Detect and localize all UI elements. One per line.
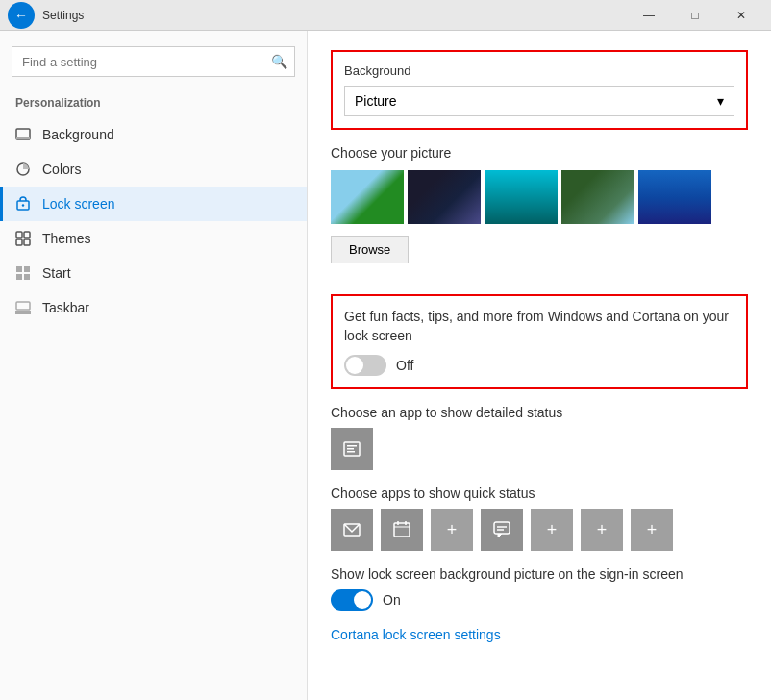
svg-rect-9 bbox=[16, 266, 22, 272]
detailed-status-icons bbox=[331, 428, 748, 470]
cortana-link[interactable]: Cortana lock screen settings bbox=[331, 627, 501, 642]
quick-status-section: Choose apps to show quick status bbox=[331, 486, 748, 551]
svg-rect-20 bbox=[394, 523, 410, 537]
cortana-toggle[interactable] bbox=[344, 355, 386, 376]
toggle-thumb-on bbox=[354, 591, 371, 609]
sidebar-category: Personalization bbox=[0, 92, 307, 117]
cortana-toggle-label: Off bbox=[396, 358, 413, 373]
lock-screen-icon bbox=[15, 196, 31, 212]
sign-in-toggle-row: On bbox=[331, 589, 748, 611]
sidebar-item-label-colors: Colors bbox=[42, 162, 81, 177]
sidebar-item-taskbar[interactable]: Taskbar bbox=[0, 290, 307, 325]
back-arrow-icon: ← bbox=[14, 8, 28, 23]
sidebar-item-start[interactable]: Start bbox=[0, 256, 307, 290]
sign-in-toggle[interactable] bbox=[331, 589, 373, 611]
svg-rect-1 bbox=[16, 137, 30, 139]
svg-rect-7 bbox=[16, 239, 22, 245]
picture-thumb-3[interactable] bbox=[485, 170, 558, 224]
sidebar-item-label-start: Start bbox=[42, 265, 71, 281]
window-controls: — □ ✕ bbox=[627, 0, 763, 31]
search-icon: 🔍 bbox=[271, 54, 287, 69]
plus-icon-2: + bbox=[547, 520, 558, 540]
detailed-status-title: Choose an app to show detailed status bbox=[331, 405, 748, 420]
browse-button[interactable]: Browse bbox=[331, 236, 409, 263]
detailed-status-section: Choose an app to show detailed status bbox=[331, 405, 748, 470]
picture-chooser-section: Choose your picture Browse bbox=[331, 145, 748, 279]
close-button[interactable]: ✕ bbox=[719, 0, 763, 31]
quick-status-add-3[interactable]: + bbox=[581, 509, 623, 551]
back-button[interactable]: ← bbox=[8, 2, 35, 29]
search-container: 🔍 bbox=[12, 46, 295, 77]
svg-rect-5 bbox=[16, 232, 22, 238]
picture-thumb-5[interactable] bbox=[638, 170, 711, 224]
quick-status-add-1[interactable]: + bbox=[431, 509, 473, 551]
quick-status-chat-icon[interactable] bbox=[481, 509, 523, 551]
choose-picture-title: Choose your picture bbox=[331, 145, 748, 161]
picture-thumb-4[interactable] bbox=[561, 170, 634, 224]
svg-rect-12 bbox=[24, 274, 30, 280]
svg-point-4 bbox=[22, 204, 24, 206]
svg-rect-6 bbox=[24, 232, 30, 238]
plus-icon-1: + bbox=[447, 520, 458, 540]
background-section: Background Picture ▾ bbox=[331, 50, 748, 130]
sign-in-section: Show lock screen background picture on t… bbox=[331, 566, 748, 611]
sidebar-item-label-background: Background bbox=[42, 127, 114, 142]
title-bar: ← Settings — □ ✕ bbox=[0, 0, 771, 31]
sign-in-title: Show lock screen background picture on t… bbox=[331, 566, 748, 582]
svg-rect-14 bbox=[16, 302, 30, 310]
svg-rect-10 bbox=[24, 266, 30, 272]
picture-thumb-1[interactable] bbox=[331, 170, 404, 224]
quick-status-mail-icon[interactable] bbox=[331, 509, 373, 551]
sidebar-item-themes[interactable]: Themes bbox=[0, 221, 307, 256]
cortana-section: Get fun facts, tips, and more from Windo… bbox=[331, 294, 748, 389]
sidebar-item-colors[interactable]: Colors bbox=[0, 152, 307, 187]
svg-rect-16 bbox=[347, 445, 357, 447]
background-dropdown[interactable]: Picture ▾ bbox=[344, 86, 734, 116]
svg-rect-13 bbox=[15, 311, 31, 314]
detailed-status-app-icon[interactable] bbox=[331, 428, 373, 470]
background-label: Background bbox=[344, 63, 734, 78]
sidebar: 🔍 Personalization Background Colors bbox=[0, 31, 308, 700]
picture-thumb-2[interactable] bbox=[408, 170, 481, 224]
quick-status-add-4[interactable]: + bbox=[631, 509, 673, 551]
plus-icon-3: + bbox=[597, 520, 608, 540]
dropdown-value: Picture bbox=[355, 93, 397, 109]
sign-in-toggle-label: On bbox=[383, 592, 401, 608]
svg-rect-18 bbox=[347, 451, 355, 453]
plus-icon-4: + bbox=[647, 520, 658, 540]
sidebar-item-label-lock-screen: Lock screen bbox=[42, 196, 114, 212]
window-title: Settings bbox=[42, 9, 627, 22]
sidebar-item-label-themes: Themes bbox=[42, 231, 91, 246]
svg-rect-11 bbox=[16, 274, 22, 280]
background-icon bbox=[15, 127, 31, 142]
quick-status-icons-row: + + + + bbox=[331, 509, 748, 551]
start-icon bbox=[15, 265, 31, 281]
svg-rect-24 bbox=[494, 522, 510, 534]
themes-icon bbox=[15, 231, 31, 246]
quick-status-calendar-icon[interactable] bbox=[381, 509, 423, 551]
minimize-button[interactable]: — bbox=[627, 0, 671, 31]
svg-rect-17 bbox=[347, 448, 354, 450]
content-area: Background Picture ▾ Choose your picture… bbox=[308, 31, 771, 700]
sidebar-item-background[interactable]: Background bbox=[0, 117, 307, 152]
cortana-toggle-row: Off bbox=[344, 355, 734, 376]
maximize-button[interactable]: □ bbox=[673, 0, 717, 31]
quick-status-add-2[interactable]: + bbox=[531, 509, 573, 551]
sidebar-item-label-taskbar: Taskbar bbox=[42, 300, 89, 315]
taskbar-icon bbox=[15, 300, 31, 315]
main-layout: 🔍 Personalization Background Colors bbox=[0, 31, 771, 700]
picture-grid bbox=[331, 170, 748, 224]
toggle-thumb-off bbox=[346, 357, 363, 374]
svg-rect-8 bbox=[24, 239, 30, 245]
search-input[interactable] bbox=[12, 46, 295, 77]
cortana-description: Get fun facts, tips, and more from Windo… bbox=[344, 308, 734, 345]
colors-icon bbox=[15, 162, 31, 177]
quick-status-title: Choose apps to show quick status bbox=[331, 486, 748, 501]
sidebar-item-lock-screen[interactable]: Lock screen bbox=[0, 187, 307, 221]
chevron-down-icon: ▾ bbox=[717, 93, 724, 109]
